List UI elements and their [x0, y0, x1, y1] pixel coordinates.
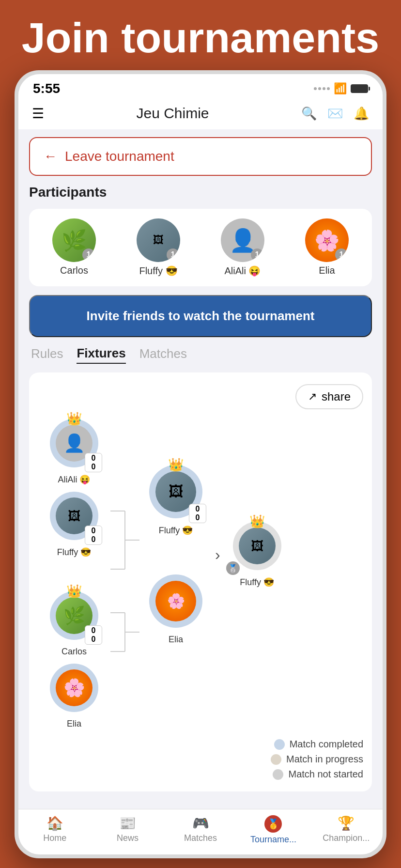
phone-wrapper: 5:55 📶 ☰ Jeu Chimie 🔍 ✉️ 🔔	[15, 70, 386, 858]
player-elia-r1: 🌸 Elia	[50, 664, 98, 729]
invite-label: Invite friends to watch the tournament	[87, 309, 315, 324]
leave-tournament-label: Leave tournament	[65, 149, 174, 164]
player-carlos-r1: 🌿 00 👑 Carlos	[50, 591, 98, 657]
legend-item-progress: Match in progress	[271, 754, 363, 765]
bracket-round2: 🖼 00 👑 Fluffy 😎 🌸	[139, 465, 212, 645]
participant-name-aliali: AliAli 😝	[224, 265, 261, 277]
nav-item-home[interactable]: 🏠 Home	[18, 815, 91, 845]
bracket-final: 🖼 👑 🥈 Fluffy 😎	[223, 522, 291, 588]
nav-item-matches[interactable]: 🎮 Matches	[164, 815, 237, 845]
battery-icon	[351, 84, 368, 93]
bottom-nav: 🏠 Home 📰 News 🎮 Matches 🥇 Tourname... 🏆 …	[18, 809, 383, 854]
nav-label-matches: Matches	[184, 833, 217, 843]
player-name-fluffy-r1: Fluffy 😎	[57, 547, 92, 558]
status-time: 5:55	[33, 81, 60, 96]
share-label: share	[322, 390, 351, 403]
nav-label-home: Home	[43, 833, 66, 843]
bracket-round1: 👤 00 👑 AliAli 😝 🖼	[38, 419, 110, 729]
participants-card: 🌿 1 Carlos 🖼 1 F	[29, 209, 372, 286]
player-name-aliali-r1: AliAli 😝	[58, 474, 90, 485]
participants-row: 🌿 1 Carlos 🖼 1 F	[37, 218, 364, 277]
app-header: ☰ Jeu Chimie 🔍 ✉️ 🔔	[18, 100, 383, 129]
tournaments-medal-icon: 🥇	[264, 815, 282, 833]
avatar-carlos: 🌿 1	[52, 218, 96, 262]
avatar-elia: 🌸 1	[305, 218, 349, 262]
search-icon[interactable]: 🔍	[301, 106, 317, 121]
scroll-content[interactable]: ← Leave tournament Participants 🌿	[18, 129, 383, 809]
participant-item-fluffy: 🖼 1 Fluffy 😎	[121, 218, 196, 277]
phone-screen: 5:55 📶 ☰ Jeu Chimie 🔍 ✉️ 🔔	[18, 74, 383, 854]
matches-icon: 🎮	[192, 815, 209, 831]
bracket-arrow: ›	[212, 546, 223, 564]
tabs-row: Rules Fixtures Matches	[29, 346, 372, 364]
pair-2: 🌿 00 👑 Carlos 🌸	[38, 591, 110, 729]
participants-section: Participants 🌿 1 Carlos	[29, 185, 372, 286]
nav-item-champions[interactable]: 🏆 Champion...	[310, 815, 383, 845]
player-name-elia-r1: Elia	[67, 719, 81, 729]
player-name-fluffy-r2: Fluffy 😎	[159, 525, 193, 536]
trophy-icon: 🏆	[338, 815, 355, 831]
participants-title: Participants	[29, 185, 372, 200]
player-name-fluffy-final: Fluffy 😎	[240, 577, 274, 588]
participant-name-elia: Elia	[319, 265, 335, 276]
nav-item-tournaments[interactable]: 🥇 Tourname...	[237, 815, 309, 845]
bracket-connector-lines	[110, 467, 139, 671]
share-button[interactable]: ↗ share	[295, 384, 363, 409]
hamburger-icon[interactable]: ☰	[32, 106, 44, 122]
mail-icon[interactable]: ✉️	[327, 106, 343, 121]
nav-item-news[interactable]: 📰 News	[91, 815, 164, 845]
home-icon: 🏠	[46, 815, 63, 831]
leave-tournament-button[interactable]: ← Leave tournament	[29, 137, 372, 176]
legend-dot-completed	[274, 739, 285, 750]
status-icons: 📶	[314, 82, 368, 95]
participant-name-fluffy: Fluffy 😎	[139, 265, 177, 277]
player-fluffy-r1: 🖼 00 Fluffy 😎	[50, 492, 98, 558]
tab-rules[interactable]: Rules	[31, 346, 63, 363]
signal-icon	[314, 87, 330, 90]
legend-label-progress: Match in progress	[286, 754, 363, 765]
nav-label-news: News	[117, 833, 139, 843]
tab-matches[interactable]: Matches	[139, 346, 187, 363]
news-icon: 📰	[119, 815, 136, 831]
nav-label-tournaments: Tourname...	[250, 835, 296, 845]
invite-friends-button[interactable]: Invite friends to watch the tournament	[29, 295, 372, 337]
nav-label-champions: Champion...	[323, 833, 370, 843]
player-name-elia-r2: Elia	[169, 635, 183, 645]
legend-dot-progress	[271, 754, 281, 765]
bracket-legend: Match completed Match in progress Match …	[38, 739, 363, 780]
participant-item-elia: 🌸 1 Elia	[290, 218, 364, 276]
back-arrow-icon: ←	[44, 149, 57, 164]
header-title: Jeu Chimie	[136, 105, 209, 122]
tab-fixtures[interactable]: Fixtures	[77, 346, 125, 364]
avatar-fluffy: 🖼 1	[137, 218, 180, 262]
header-actions: 🔍 ✉️ 🔔	[301, 106, 369, 121]
legend-dot-not-started	[273, 769, 283, 780]
avatar-aliali: 👤 1	[221, 218, 264, 262]
participant-item-carlos: 🌿 1 Carlos	[37, 218, 111, 276]
hero-title: Join tournaments	[0, 0, 401, 71]
wifi-icon: 📶	[334, 82, 347, 95]
legend-item-not-started: Match not started	[273, 769, 363, 780]
player-fluffy-final: 🖼 👑 🥈 Fluffy 😎	[233, 522, 281, 588]
pair-1: 👤 00 👑 AliAli 😝 🖼	[38, 419, 110, 558]
bracket: 👤 00 👑 AliAli 😝 🖼	[38, 419, 363, 729]
share-icon: ↗	[308, 390, 317, 403]
fixtures-card: ↗ share	[29, 372, 372, 791]
participant-name-carlos: Carlos	[60, 265, 88, 276]
status-bar: 5:55 📶	[18, 74, 383, 100]
player-aliali-r1: 👤 00 👑 AliAli 😝	[50, 419, 98, 485]
player-elia-r2: 🌸 Elia	[149, 574, 202, 645]
player-fluffy-r2: 🖼 00 👑 Fluffy 😎	[149, 465, 202, 536]
player-name-carlos-r1: Carlos	[62, 647, 87, 657]
legend-label-completed: Match completed	[290, 739, 363, 750]
participant-item-aliali: 👤 1 AliAli 😝	[205, 218, 280, 277]
legend-item-completed: Match completed	[274, 739, 363, 750]
bell-icon[interactable]: 🔔	[354, 106, 369, 121]
legend-label-not-started: Match not started	[288, 769, 363, 780]
